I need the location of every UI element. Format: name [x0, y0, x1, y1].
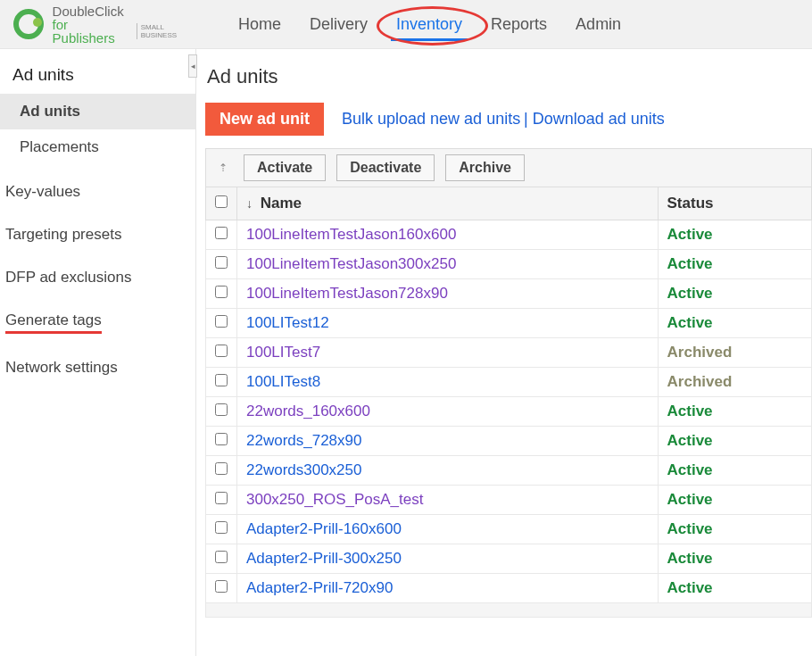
row-checkbox[interactable]: [215, 551, 228, 563]
table-row: 22words_728x90Active: [206, 427, 812, 456]
ad-unit-link[interactable]: 22words300x250: [246, 461, 361, 478]
status-badge: Active: [667, 491, 713, 508]
row-checkbox[interactable]: [215, 227, 228, 239]
row-checkbox-cell: [206, 574, 237, 603]
row-name-cell: 100LineItemTestJason160x600: [237, 220, 659, 250]
nav-home[interactable]: Home: [236, 3, 283, 46]
row-checkbox-cell: [206, 427, 237, 456]
row-checkbox-cell: [206, 338, 237, 368]
ad-unit-link[interactable]: 100LineItemTestJason160x600: [246, 226, 456, 243]
bulk-links: Bulk upload new ad units | Download ad u…: [342, 110, 665, 129]
sidebar-item-placements[interactable]: Placements: [0, 129, 195, 165]
row-checkbox[interactable]: [215, 315, 228, 328]
action-row: New ad unit Bulk upload new ad units | D…: [205, 103, 812, 148]
ad-unit-link[interactable]: Adapter2-Prill-160x600: [246, 520, 402, 537]
row-checkbox[interactable]: [215, 521, 228, 534]
status-badge: Active: [667, 461, 713, 478]
row-checkbox-cell: [206, 279, 237, 309]
col-header-name[interactable]: ↓ Name: [237, 187, 659, 220]
row-checkbox[interactable]: [215, 492, 228, 504]
row-checkbox-cell: [206, 368, 237, 397]
sidebar-item-ad-units[interactable]: Ad units: [0, 94, 195, 129]
bulk-toolbar: ⇡ Activate Deactivate Archive: [205, 148, 812, 187]
ad-unit-link[interactable]: 300x250_ROS_PosA_test: [246, 491, 423, 508]
nav-delivery[interactable]: Delivery: [308, 3, 369, 46]
table-row: 300x250_ROS_PosA_testActive: [206, 486, 812, 515]
nav-inventory[interactable]: Inventory: [394, 3, 464, 46]
row-status-cell: Active: [658, 456, 811, 486]
row-checkbox[interactable]: [215, 374, 228, 386]
archive-button[interactable]: Archive: [445, 154, 525, 181]
row-name-cell: 100LineItemTestJason728x90: [237, 279, 659, 309]
row-name-cell: 100LITest12: [237, 309, 659, 338]
sidebar-item-dfp-ad-exclusions[interactable]: DFP ad exclusions: [0, 251, 195, 294]
table-row: 100LineItemTestJason728x90Active: [206, 279, 812, 309]
select-all-checkbox[interactable]: [215, 195, 228, 208]
logo-line2: for Publishers: [53, 18, 133, 45]
status-badge: Active: [667, 285, 713, 302]
row-status-cell: Active: [658, 544, 811, 574]
new-ad-unit-button[interactable]: New ad unit: [205, 103, 324, 136]
main-area: ◂ Ad units Ad units Placements Key-value…: [0, 49, 812, 656]
logo-icon: [13, 9, 44, 39]
activate-button[interactable]: Activate: [244, 154, 326, 181]
nav-reports[interactable]: Reports: [489, 3, 549, 46]
toolbar-handle-icon: ⇡: [213, 162, 233, 174]
content: Ad units New ad unit Bulk upload new ad …: [196, 49, 812, 656]
status-badge: Archived: [667, 344, 733, 361]
sidebar-item-generate-tags-label: Generate tags: [5, 311, 102, 334]
ad-units-table: ↓ Name Status 100LineItemTestJason160x60…: [205, 187, 812, 618]
ad-unit-link[interactable]: 100LineItemTestJason728x90: [246, 285, 448, 302]
table-row: Adapter2-Prill-160x600Active: [206, 515, 812, 544]
download-link[interactable]: Download ad units: [533, 110, 665, 128]
table-header-row: ↓ Name Status: [206, 187, 812, 220]
sidebar-collapse-icon[interactable]: ◂: [188, 54, 197, 78]
sidebar-item-targeting-presets[interactable]: Targeting presets: [0, 208, 195, 251]
ad-unit-link[interactable]: 100LITest12: [246, 314, 329, 331]
deactivate-button[interactable]: Deactivate: [336, 154, 435, 181]
row-checkbox[interactable]: [215, 580, 228, 593]
ad-unit-link[interactable]: 22words_728x90: [246, 432, 361, 449]
row-checkbox[interactable]: [215, 256, 228, 269]
ad-unit-link[interactable]: 100LineItemTestJason300x250: [246, 255, 456, 272]
bulk-upload-link[interactable]: Bulk upload new ad units: [342, 110, 520, 128]
row-name-cell: 100LITest7: [237, 338, 659, 368]
ad-unit-link[interactable]: Adapter2-Prill-720x90: [246, 579, 393, 596]
row-checkbox-cell: [206, 515, 237, 544]
row-status-cell: Archived: [658, 338, 811, 368]
ad-unit-link[interactable]: 100LITest8: [246, 373, 320, 390]
row-name-cell: 100LineItemTestJason300x250: [237, 250, 659, 279]
row-status-cell: Active: [658, 250, 811, 279]
logo-line1: DoubleClick: [53, 4, 201, 18]
nav-admin[interactable]: Admin: [574, 3, 623, 46]
row-checkbox[interactable]: [215, 403, 228, 416]
logo: DoubleClick for Publishers SMALL BUSINES…: [13, 4, 201, 45]
sort-down-icon: ↓: [246, 196, 253, 211]
table-row: 100LITest7Archived: [206, 338, 812, 368]
ad-unit-link[interactable]: 22words_160x600: [246, 403, 370, 419]
ad-unit-link[interactable]: 100LITest7: [246, 344, 320, 361]
row-checkbox[interactable]: [215, 433, 228, 445]
table-row: 100LineItemTestJason300x250Active: [206, 250, 812, 279]
row-name-cell: 22words300x250: [237, 456, 659, 486]
row-checkbox[interactable]: [215, 345, 228, 357]
row-checkbox[interactable]: [215, 462, 228, 475]
status-badge: Active: [667, 403, 713, 419]
app-header: DoubleClick for Publishers SMALL BUSINES…: [0, 0, 812, 49]
sidebar-item-key-values[interactable]: Key-values: [0, 165, 195, 208]
status-badge: Active: [667, 314, 713, 331]
col-header-status[interactable]: Status: [658, 187, 811, 220]
row-checkbox-cell: [206, 397, 237, 427]
link-separator: |: [524, 110, 533, 128]
ad-unit-link[interactable]: Adapter2-Prill-300x250: [246, 550, 402, 567]
sidebar-item-network-settings[interactable]: Network settings: [0, 341, 195, 384]
sidebar-item-generate-tags[interactable]: Generate tags: [0, 294, 195, 341]
row-status-cell: Active: [658, 397, 811, 427]
status-badge: Active: [667, 550, 713, 567]
col-header-name-label: Name: [261, 195, 302, 212]
table-row: 22words_160x600Active: [206, 397, 812, 427]
page-title: Ad units: [205, 56, 812, 103]
table-row: 22words300x250Active: [206, 456, 812, 486]
row-checkbox[interactable]: [215, 286, 228, 298]
row-name-cell: 22words_160x600: [237, 397, 659, 427]
